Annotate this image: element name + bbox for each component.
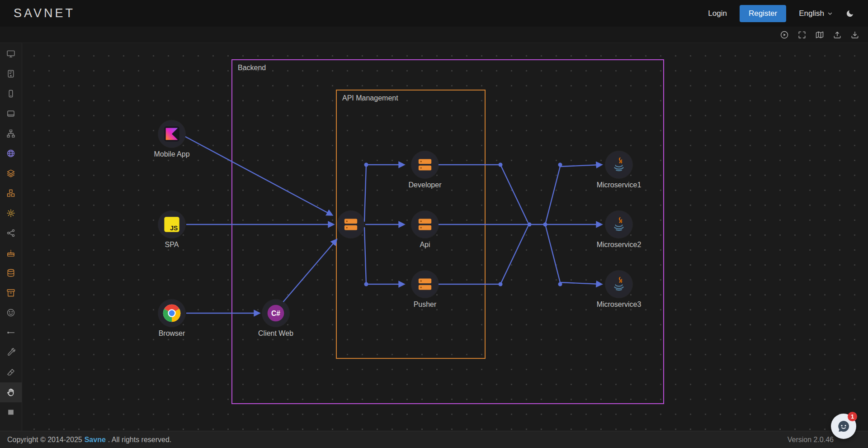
monitor-icon — [6, 49, 15, 58]
tablet-icon — [6, 109, 15, 118]
node-client-web[interactable]: C# — [262, 300, 289, 327]
copyright-text: Copyright © 2014-2025 — [7, 436, 82, 444]
smiley-icon — [6, 308, 15, 317]
app-root: SAVNET Login Register English BackendAPI… — [0, 0, 868, 448]
login-link[interactable]: Login — [708, 9, 727, 18]
database-icon — [6, 268, 15, 277]
java-icon — [610, 215, 628, 234]
play-circle-icon[interactable] — [778, 29, 790, 41]
footer: Copyright © 2014-2025 Savne . All rights… — [0, 431, 868, 448]
node-browser[interactable] — [158, 300, 185, 327]
wrench-icon — [6, 348, 15, 357]
eraser-icon — [6, 368, 15, 377]
node-microservice1[interactable] — [605, 151, 632, 178]
package-tool[interactable] — [0, 283, 22, 303]
chrome-icon — [162, 303, 182, 323]
server-icon — [416, 215, 434, 234]
chat-bubble-icon — [836, 419, 851, 434]
desktop-tool[interactable] — [0, 44, 22, 64]
node-developer[interactable] — [411, 151, 439, 178]
internet-tool[interactable] — [0, 143, 22, 163]
line-icon — [6, 328, 15, 337]
node-microservice3[interactable] — [605, 271, 632, 298]
nodes-icon — [6, 229, 15, 238]
host-tool[interactable] — [0, 64, 22, 84]
edit-tool[interactable] — [0, 343, 22, 362]
header-actions: Login Register English — [708, 5, 854, 22]
node-microservice2[interactable] — [605, 211, 632, 238]
cake-icon — [6, 248, 15, 257]
server-icon — [342, 215, 360, 234]
csharp-icon: C# — [266, 303, 286, 323]
connection-tool[interactable] — [0, 323, 22, 343]
chat-unread-badge: 1 — [848, 412, 857, 421]
sitemap-icon — [6, 129, 15, 138]
upload-icon[interactable] — [831, 29, 843, 41]
svg-text:JS: JS — [170, 224, 178, 232]
archive-icon — [6, 288, 15, 297]
app-logo: SAVNET — [14, 6, 75, 20]
kotlin-icon — [163, 125, 181, 143]
eraser-tool[interactable] — [0, 362, 22, 382]
host-icon — [6, 69, 15, 78]
gear-icon — [6, 209, 15, 218]
globe-icon — [6, 149, 15, 158]
footer-brand-link[interactable]: Savne — [85, 436, 106, 444]
hand-icon — [6, 388, 15, 397]
node-api-gateway[interactable] — [337, 211, 364, 238]
group-label: Backend — [238, 64, 266, 72]
mobile-tool[interactable] — [0, 84, 22, 104]
node-spa[interactable]: JS — [158, 211, 185, 238]
server-icon — [416, 156, 434, 174]
services-tool[interactable] — [0, 203, 22, 223]
chevron-down-icon — [827, 11, 833, 16]
cake-tool[interactable] — [0, 243, 22, 263]
canvas-toolbar-icons — [778, 29, 861, 41]
sidebar — [0, 43, 22, 431]
svg-text:C#: C# — [271, 310, 280, 317]
group-label: API Management — [342, 94, 398, 102]
canvas-toolbar — [0, 27, 868, 43]
chat-launcher-button[interactable]: 1 — [831, 414, 856, 439]
pan-tool[interactable] — [0, 382, 22, 402]
mobile-icon — [6, 89, 15, 98]
java-icon — [610, 275, 628, 293]
fullscreen-icon[interactable] — [796, 29, 808, 41]
node-mobile-app[interactable] — [158, 120, 185, 148]
layers-tool[interactable] — [0, 163, 22, 183]
boxes-icon — [6, 189, 15, 198]
database-tool[interactable] — [0, 263, 22, 283]
language-dropdown[interactable]: English — [799, 9, 833, 18]
sitemap-tool[interactable] — [0, 124, 22, 143]
rights-text: . All rights reserved. — [108, 436, 172, 444]
moon-icon — [845, 9, 854, 18]
java-icon — [610, 156, 628, 174]
network-tool[interactable] — [0, 223, 22, 243]
square-icon — [6, 408, 15, 417]
node-api[interactable] — [411, 211, 439, 238]
storage-tool[interactable] — [0, 183, 22, 203]
language-label: English — [799, 9, 824, 18]
emoji-tool[interactable] — [0, 303, 22, 323]
map-icon[interactable] — [814, 29, 826, 41]
version-text: Version 2.0.46 — [788, 436, 834, 444]
layers-icon — [6, 169, 15, 178]
shape-tool[interactable] — [0, 402, 22, 422]
register-button[interactable]: Register — [740, 5, 786, 22]
theme-toggle[interactable] — [845, 9, 854, 18]
download-icon[interactable] — [849, 29, 861, 41]
node-pusher[interactable] — [411, 271, 439, 298]
server-icon — [416, 275, 434, 293]
header: SAVNET Login Register English — [0, 0, 868, 27]
javascript-icon: JS — [163, 215, 181, 234]
screen-tool[interactable] — [0, 104, 22, 124]
